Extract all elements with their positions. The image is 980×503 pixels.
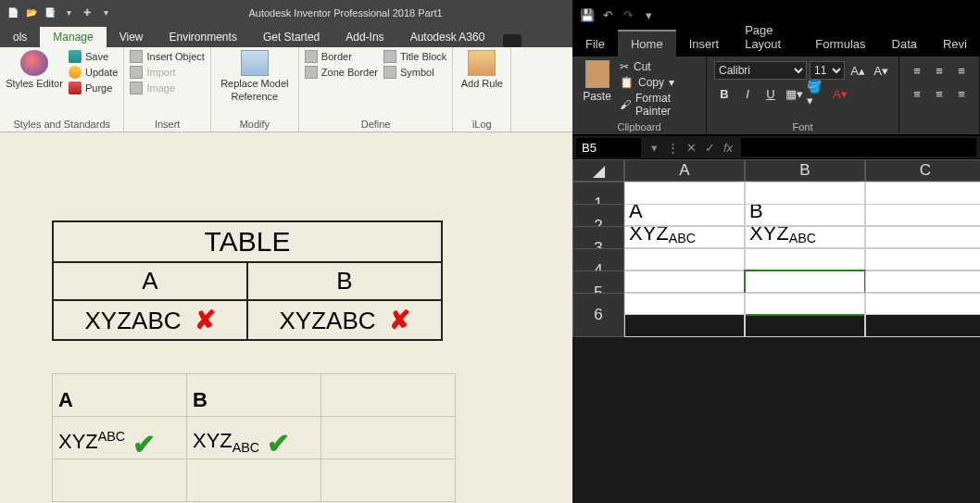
tab-extra-icon[interactable] <box>503 34 521 47</box>
tab-add-ins[interactable]: Add-Ins <box>333 27 396 47</box>
align-left-icon[interactable]: ≡ <box>907 83 927 104</box>
tab-environments[interactable]: Environments <box>157 27 250 47</box>
font-name-select[interactable]: Calibri <box>714 61 807 80</box>
drawing-table: TABLE A B XYZABC✘ XYZABC✘ <box>52 220 443 341</box>
select-all-corner[interactable]: ◢ <box>572 159 624 182</box>
fx-icon[interactable]: fx <box>719 141 737 155</box>
cancel-icon[interactable]: ✕ <box>682 141 700 155</box>
qa-plus-icon[interactable]: ✚ <box>80 6 94 20</box>
update-icon <box>69 66 82 79</box>
add-rule-icon <box>468 50 496 76</box>
save-button[interactable]: Save <box>69 50 118 63</box>
align-top-icon[interactable]: ≡ <box>907 60 927 81</box>
qa-chevron-down2-icon[interactable]: ▾ <box>98 6 113 20</box>
inventor-ribbon-tabs: ols Manage View Environments Get Started… <box>0 25 572 47</box>
format-painter-button[interactable]: 🖌Format Painter <box>620 92 698 118</box>
cell-a6[interactable] <box>624 293 745 337</box>
copy-button[interactable]: 📋Copy ▾ <box>620 76 698 89</box>
tab-a360[interactable]: Autodesk A360 <box>397 27 498 47</box>
t2-cell-a: XYZABC✔ <box>53 417 187 459</box>
font-color-button[interactable]: A▾ <box>830 83 850 104</box>
xl-tab-file[interactable]: File <box>572 31 618 57</box>
fill-color-button[interactable]: 🪣▾ <box>807 83 827 104</box>
xl-tab-data[interactable]: Data <box>879 31 930 57</box>
update-button[interactable]: Update <box>69 66 118 79</box>
excel-redo-icon: ↷ <box>621 8 635 23</box>
qa-file-icon[interactable]: 📄 <box>6 6 20 20</box>
cut-button[interactable]: ✂Cut <box>620 60 698 73</box>
cell-b6[interactable] <box>745 293 865 337</box>
align-bottom-icon[interactable]: ≡ <box>951 60 972 81</box>
excel-qat-chevron-icon[interactable]: ▾ <box>641 8 656 23</box>
symbol-button[interactable]: Symbol <box>383 66 446 79</box>
namebox-chevron-icon[interactable]: ▾ <box>645 141 663 155</box>
define-group-label: Define <box>305 117 446 130</box>
add-rule-button[interactable]: Add Rule <box>459 50 505 117</box>
qa-doc-icon[interactable]: 📑 <box>43 6 57 20</box>
zone-border-button[interactable]: Zone Border <box>305 66 378 79</box>
modify-group-label: Modify <box>217 117 293 130</box>
title-block-button[interactable]: Title Block <box>383 50 446 63</box>
borders-button[interactable]: ▦▾ <box>784 83 804 104</box>
purge-button[interactable]: Purge <box>69 82 118 94</box>
t2-col-blank <box>321 374 456 417</box>
import-icon <box>130 66 143 79</box>
excel-undo-icon[interactable]: ↶ <box>600 8 615 23</box>
styles-editor-button[interactable]: Styles Editor <box>6 50 63 117</box>
name-box[interactable]: B5 <box>576 138 641 157</box>
inventor-canvas[interactable]: TABLE A B XYZABC✘ XYZABC✘ A B XYZABC✔ XY… <box>0 132 572 503</box>
font-size-select[interactable]: 11 <box>810 61 845 80</box>
excel-save-icon[interactable]: 💾 <box>580 8 595 23</box>
xl-tab-home[interactable]: Home <box>618 30 676 57</box>
align-center-icon[interactable]: ≡ <box>929 83 949 104</box>
increase-font-icon[interactable]: A▴ <box>848 60 868 81</box>
col-header-c[interactable]: C <box>865 159 980 182</box>
image-button: Image <box>130 82 204 94</box>
decrease-font-icon[interactable]: A▾ <box>871 60 891 81</box>
clipboard-group-label: Clipboard <box>580 118 698 132</box>
xl-tab-review[interactable]: Revi <box>930 31 980 57</box>
xl-tab-page-layout[interactable]: Page Layout <box>732 18 802 57</box>
inventor-titlebar: 📄 📂 📑 ▾ ✚ ▾ Autodesk Inventor Profession… <box>0 0 572 25</box>
xl-tab-formulas[interactable]: Formulas <box>802 31 878 57</box>
underline-button[interactable]: U <box>760 83 781 104</box>
table-title: TABLE <box>53 221 442 262</box>
qa-chevron-down-icon[interactable]: ▾ <box>61 6 76 20</box>
copy-icon: 📋 <box>620 76 634 89</box>
col-header-a[interactable]: A <box>624 159 745 182</box>
border-button[interactable]: Border <box>305 50 378 63</box>
align-right-icon[interactable]: ≡ <box>951 83 972 104</box>
formula-input[interactable] <box>741 138 976 157</box>
row-header-6[interactable]: 6 <box>572 293 624 337</box>
insert-object-button[interactable]: Insert Object <box>130 50 204 63</box>
bold-button[interactable]: B <box>714 83 735 104</box>
italic-button[interactable]: I <box>737 83 758 104</box>
excel-grid[interactable]: ◢ A B C 1 A B 2 XYZABC XYZABC 3 4 5 6 <box>572 159 980 315</box>
green-check-icon: ✔ <box>132 429 156 459</box>
tab-view[interactable]: View <box>107 27 157 47</box>
import-button: Import <box>130 66 204 79</box>
tab-get-started[interactable]: Get Started <box>250 27 333 47</box>
inventor-ribbon: Styles Editor Save Update Purge Styles a… <box>0 47 572 132</box>
excel-ribbon: Paste ✂Cut 📋Copy ▾ 🖌Format Painter Clipb… <box>572 57 980 135</box>
replace-model-reference-button[interactable]: Replace Model Reference <box>217 50 293 117</box>
styles-editor-icon <box>20 50 48 76</box>
paste-button[interactable]: Paste <box>580 60 614 118</box>
align-middle-icon[interactable]: ≡ <box>929 60 949 81</box>
ilogic-group-label: iLog <box>459 117 505 130</box>
tab-tools[interactable]: ols <box>0 27 40 47</box>
xl-tab-insert[interactable]: Insert <box>676 31 733 57</box>
cell-c6[interactable] <box>865 293 980 337</box>
t2-col-b: B <box>187 374 321 417</box>
red-x-icon: ✘ <box>195 306 216 334</box>
inventor-quick-access[interactable]: 📄 📂 📑 ▾ ✚ ▾ <box>0 6 119 20</box>
insert-object-icon <box>130 50 143 63</box>
tab-manage[interactable]: Manage <box>40 27 106 47</box>
enter-icon[interactable]: ✓ <box>700 141 719 155</box>
border-icon <box>305 50 318 63</box>
table-col-a: A <box>53 262 247 300</box>
paste-icon <box>585 60 609 88</box>
col-header-b[interactable]: B <box>745 159 865 182</box>
brush-icon: 🖌 <box>620 98 631 111</box>
qa-open-icon[interactable]: 📂 <box>24 6 39 20</box>
